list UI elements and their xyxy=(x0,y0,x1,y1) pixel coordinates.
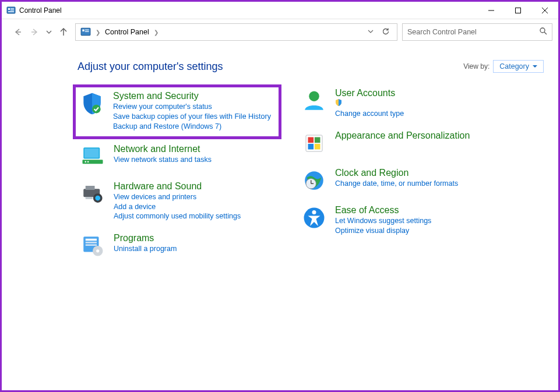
search-icon[interactable] xyxy=(539,27,547,37)
category-title[interactable]: Clock and Region xyxy=(335,168,458,178)
control-panel-address-icon xyxy=(80,27,91,37)
svg-rect-25 xyxy=(86,186,95,190)
category-clock-and-region: Clock and Region Change date, time, or n… xyxy=(299,164,503,202)
breadcrumb[interactable]: Control Panel xyxy=(105,28,149,36)
globe-monitor-icon[interactable] xyxy=(80,144,105,169)
shield-icon[interactable] xyxy=(79,91,105,116)
category-title[interactable]: Hardware and Sound xyxy=(114,181,241,192)
category-hardware-and-sound: Hardware and Sound View devices and prin… xyxy=(78,178,281,230)
address-dropdown-button[interactable] xyxy=(368,29,374,36)
category-link[interactable]: View devices and printers xyxy=(114,192,241,202)
chevron-right-icon[interactable]: ❯ xyxy=(154,29,159,36)
programs-icon[interactable] xyxy=(80,233,105,259)
category-link[interactable]: Add a device xyxy=(114,202,241,212)
svg-rect-30 xyxy=(86,239,97,241)
titlebar: Control Panel xyxy=(2,2,558,19)
category-system-and-security: System and Security Review your computer… xyxy=(73,84,281,139)
svg-rect-2 xyxy=(10,8,14,9)
control-panel-icon xyxy=(6,6,16,15)
chevron-right-icon[interactable]: ❯ xyxy=(96,29,100,36)
view-by-select[interactable]: Category xyxy=(493,60,544,73)
svg-rect-32 xyxy=(86,245,97,246)
svg-point-22 xyxy=(84,161,86,163)
svg-rect-15 xyxy=(85,31,89,32)
svg-point-46 xyxy=(312,210,316,214)
category-link[interactable]: Change date, time, or number formats xyxy=(335,179,458,189)
category-link[interactable]: Let Windows suggest settings xyxy=(335,216,431,226)
minimize-button[interactable] xyxy=(478,2,505,19)
svg-rect-37 xyxy=(308,137,314,143)
svg-rect-40 xyxy=(315,144,320,150)
svg-line-17 xyxy=(544,32,547,34)
uac-shield-icon xyxy=(335,99,402,109)
forward-button[interactable] xyxy=(30,27,39,37)
back-button[interactable] xyxy=(13,27,23,37)
recent-locations-button[interactable] xyxy=(46,29,52,35)
svg-rect-39 xyxy=(308,144,314,150)
address-bar[interactable]: ❯ Control Panel ❯ xyxy=(75,23,397,41)
printer-camera-icon[interactable] xyxy=(80,181,105,207)
category-ease-of-access: Ease of Access Let Windows suggest setti… xyxy=(299,202,503,244)
category-link[interactable]: Review your computer's status xyxy=(113,102,271,112)
window-controls xyxy=(478,2,558,19)
category-link[interactable]: View network status and tasks xyxy=(114,155,212,165)
clock-globe-icon[interactable] xyxy=(301,168,327,193)
user-icon[interactable] xyxy=(301,88,327,114)
category-programs: Programs Uninstall a program xyxy=(78,229,281,267)
category-user-accounts: User Accounts Change account type xyxy=(299,84,503,127)
close-button[interactable] xyxy=(531,2,558,19)
category-link[interactable]: Uninstall a program xyxy=(114,244,177,254)
view-by-label: View by: xyxy=(463,62,489,70)
category-title[interactable]: Network and Internet xyxy=(114,144,212,154)
category-link[interactable]: Change account type xyxy=(335,99,404,119)
svg-rect-14 xyxy=(85,30,89,31)
chevron-down-icon xyxy=(533,64,537,69)
toolbar: ❯ Control Panel ❯ xyxy=(2,19,558,45)
svg-rect-28 xyxy=(86,197,93,199)
svg-rect-31 xyxy=(86,242,97,243)
svg-rect-13 xyxy=(82,30,84,31)
window-title: Control Panel xyxy=(19,6,62,15)
category-column-left: System and Security Review your computer… xyxy=(78,84,281,267)
accessibility-icon[interactable] xyxy=(301,205,327,231)
maximize-button[interactable] xyxy=(505,2,531,19)
svg-rect-6 xyxy=(516,8,521,13)
svg-point-23 xyxy=(87,161,89,163)
refresh-button[interactable] xyxy=(382,27,390,37)
category-link[interactable]: Backup and Restore (Windows 7) xyxy=(113,122,271,132)
category-column-right: User Accounts Change account type Appear… xyxy=(299,84,503,267)
category-title[interactable]: User Accounts xyxy=(335,88,404,98)
category-appearance-and-personalization: Appearance and Personalization xyxy=(299,127,503,164)
svg-rect-4 xyxy=(8,11,14,12)
svg-point-35 xyxy=(309,91,319,101)
category-title[interactable]: Programs xyxy=(114,233,177,243)
category-title[interactable]: Ease of Access xyxy=(335,205,431,216)
category-link[interactable]: Optimize visual display xyxy=(335,226,431,236)
content-area: Adjust your computer's settings View by:… xyxy=(2,45,558,390)
svg-point-27 xyxy=(95,195,100,200)
nav-arrows xyxy=(8,27,71,37)
category-link[interactable]: Save backup copies of your files with Fi… xyxy=(113,112,271,122)
category-link[interactable]: Adjust commonly used mobility settings xyxy=(114,211,241,221)
svg-rect-20 xyxy=(84,149,99,158)
svg-point-16 xyxy=(540,28,545,33)
category-title[interactable]: System and Security xyxy=(113,91,271,101)
page-title: Adjust your computer's settings xyxy=(78,61,223,73)
personalization-icon[interactable] xyxy=(301,130,327,156)
up-button[interactable] xyxy=(59,27,68,37)
view-by-control: View by: Category xyxy=(463,60,544,73)
svg-rect-38 xyxy=(315,137,320,143)
svg-rect-3 xyxy=(10,9,14,10)
svg-rect-1 xyxy=(8,8,10,10)
view-by-value: Category xyxy=(499,62,529,70)
search-box[interactable] xyxy=(402,23,552,41)
category-title[interactable]: Appearance and Personalization xyxy=(335,130,470,141)
category-network-and-internet: Network and Internet View network status… xyxy=(78,140,281,178)
search-input[interactable] xyxy=(407,28,539,36)
svg-point-34 xyxy=(96,249,99,252)
